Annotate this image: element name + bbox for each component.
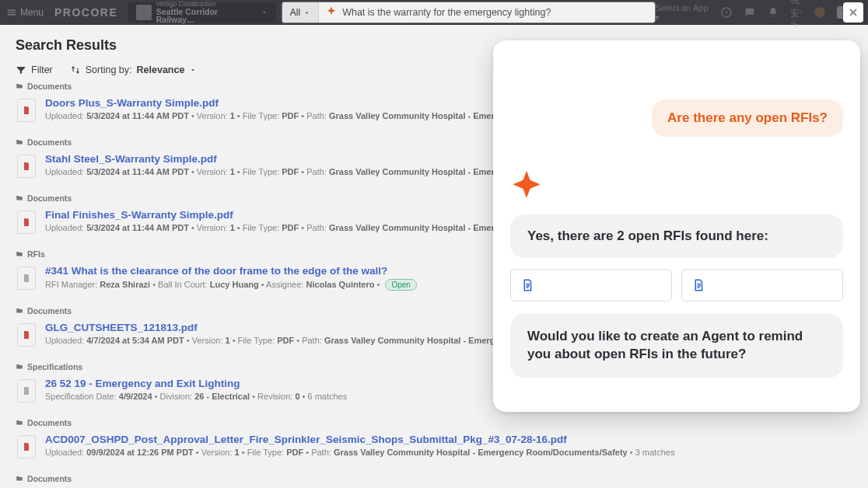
document-icon (691, 277, 705, 293)
ai-sparkle-icon (325, 5, 338, 20)
global-search: All (282, 2, 656, 23)
ai-chat-panel: Are there any open RFIs? Yes, there are … (493, 40, 860, 412)
folder-icon (16, 138, 23, 146)
sort-prefix: Sorting by: (86, 64, 132, 75)
group-header-documents: Documents (16, 418, 852, 427)
avatar[interactable] (814, 6, 826, 19)
rfi-card[interactable] (681, 269, 843, 302)
folder-icon (16, 307, 23, 315)
project-name: Seattle Corridor Railway… (156, 8, 256, 24)
chat-ai-message: Would you like to create an Agent to rem… (510, 314, 843, 378)
pdf-icon (17, 99, 36, 122)
chevron-down-icon (189, 66, 197, 74)
svg-rect-3 (801, 12, 802, 12)
group-header-documents: Documents (16, 474, 852, 483)
ai-sparkle-icon (510, 169, 843, 205)
topbar: Menu PROCORE Vertigo Construction Seattl… (0, 0, 868, 25)
chat-ai-message: Yes, there are 2 open RFIs found here: (510, 214, 843, 258)
pdf-icon (17, 435, 36, 458)
rfi-icon (17, 267, 36, 290)
rfi-card[interactable] (510, 269, 672, 302)
filter-icon (16, 64, 26, 75)
pdf-icon (17, 323, 36, 347)
result-row[interactable]: ACD007_OSHPD_Post_Approval_Letter_Fire_S… (16, 430, 852, 468)
document-icon (520, 277, 534, 293)
svg-rect-5 (800, 12, 801, 13)
result-meta: Uploaded: 09/9/2024 at 12:26 PM PDT • Ve… (45, 448, 852, 457)
search-scope-selector[interactable]: All (282, 2, 319, 23)
svg-rect-8 (800, 13, 801, 14)
app-selector[interactable]: Select an App ▾ (655, 3, 709, 23)
result-title: ACD007_OSHPD_Post_Approval_Letter_Fire_S… (45, 434, 852, 445)
svg-rect-4 (802, 12, 803, 12)
hamburger-icon (6, 7, 17, 18)
svg-rect-9 (801, 13, 802, 14)
folder-icon (16, 194, 23, 202)
folder-icon (16, 82, 23, 90)
apps-grid-icon: 晚安 "> (790, 6, 803, 19)
chevron-down-icon (303, 9, 310, 16)
project-thumb (136, 5, 151, 20)
svg-rect-7 (802, 12, 803, 13)
project-selector[interactable]: Vertigo Construction Seattle Corridor Ra… (128, 2, 275, 23)
folder-icon (16, 475, 23, 483)
folder-icon (16, 250, 23, 258)
close-icon (847, 6, 859, 19)
sort-value: Relevance (137, 64, 185, 75)
svg-rect-6 (801, 12, 802, 13)
chevron-down-icon (261, 9, 268, 16)
search-input[interactable] (342, 7, 655, 18)
menu-label: Menu (20, 7, 44, 18)
svg-rect-10 (802, 13, 803, 14)
svg-point-11 (815, 7, 825, 17)
svg-rect-2 (800, 12, 801, 12)
pdf-icon (17, 211, 36, 234)
help-icon[interactable]: ? (720, 6, 733, 19)
bell-icon[interactable] (767, 6, 779, 19)
close-button[interactable] (843, 2, 863, 23)
sort-button[interactable]: Sorting by: Relevance (70, 64, 198, 75)
svg-text:?: ? (725, 9, 729, 16)
brand-logo: PROCORE (54, 6, 117, 19)
sort-icon (70, 64, 81, 75)
chat-icon[interactable] (744, 6, 756, 19)
chat-user-message: Are there any open RFIs? (652, 99, 843, 137)
folder-icon (16, 363, 23, 371)
status-badge: Open (385, 279, 416, 291)
search-scope-label: All (290, 7, 300, 18)
filter-button[interactable]: Filter (16, 64, 53, 75)
folder-icon (16, 419, 23, 427)
pdf-icon (17, 155, 36, 178)
filter-label: Filter (31, 64, 53, 75)
menu-button[interactable]: Menu (6, 7, 44, 18)
spec-icon (17, 379, 36, 403)
